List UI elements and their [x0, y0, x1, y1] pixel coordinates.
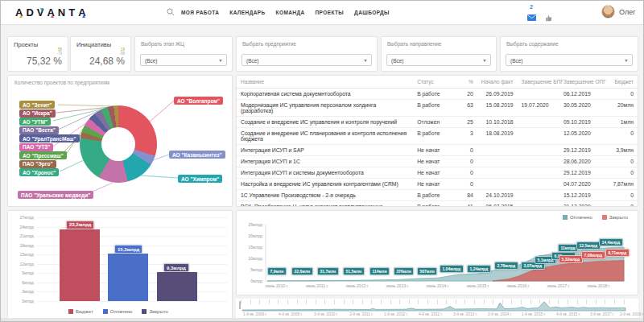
filter-selected-value: (Все) — [510, 58, 523, 64]
table-row[interactable]: ВСК. Приобретение Ц. услуг оказания эксп… — [237, 201, 638, 208]
app-logo[interactable]: ADVANTA — [15, 6, 89, 19]
legend-swatch — [103, 309, 108, 314]
filter-select[interactable]: (Все) — [140, 54, 227, 66]
like-button[interactable] — [545, 10, 552, 25]
search-icon[interactable] — [167, 8, 175, 16]
cell-opg: 15.12.2019 — [559, 190, 604, 201]
cell-bpg — [518, 89, 559, 100]
cell-name: Создание и внедрение ИС планирования и к… — [237, 128, 413, 145]
table-row[interactable]: Интеграция ИСУП и SAPНе начат029.12.2019… — [237, 145, 638, 156]
kpi-projects-card: Проекты 58 -73 75,32 % — [7, 36, 68, 72]
cell-start — [477, 156, 518, 167]
timeline-label: 2-й кв. 2014 г. — [488, 312, 512, 316]
table-row[interactable]: Создание и внедрение ИС планирования и к… — [237, 128, 638, 145]
logo-letter: V — [37, 6, 47, 19]
filter-select[interactable]: (Все) — [386, 54, 491, 66]
nav-item-3[interactable]: ПРОЕКТЫ — [316, 10, 345, 15]
cell-name: Корпоративная система докуемнтооборота — [237, 89, 413, 100]
column-header-2[interactable]: % — [459, 76, 477, 89]
cell-opg: 09.10.2019 — [559, 117, 604, 128]
legend-label: Закрыто — [609, 215, 628, 220]
timeline-handle[interactable] — [239, 301, 241, 309]
bar-y-tick: 6млрд — [13, 280, 34, 285]
legend-item[interactable]: Оплачено — [103, 309, 133, 314]
logo-letter: N — [58, 6, 68, 19]
cell-opg: 30.05.2020 — [559, 100, 604, 117]
area-point-label: 8,71млрд — [605, 249, 630, 257]
area-y-tick: 0млрд — [242, 279, 262, 283]
donut-label-chip: АО "Хронос" — [19, 168, 59, 176]
table-row[interactable]: Настройка и внедрение ИС управления конт… — [237, 179, 638, 190]
column-header-6[interactable]: Бюджет — [604, 76, 638, 89]
column-header-5[interactable]: Завершение ОПГ — [559, 76, 604, 89]
cell-pct: 25 — [459, 117, 477, 128]
bar-legend: БюджетОплаченоЗакрыто — [68, 309, 168, 314]
bottom-frame — [1, 318, 644, 321]
cell-pct: 41 — [459, 201, 477, 208]
cell-status: Не начат — [413, 156, 459, 167]
filter-select[interactable]: (Все) — [242, 54, 372, 66]
area-y-tick: 5млрд — [242, 267, 262, 272]
area-x-tick: июнь 2017 г. — [547, 283, 570, 288]
cell-pct: 63 — [459, 100, 477, 117]
column-header-0[interactable]: Название — [237, 76, 413, 89]
cell-budget: 3,9млн — [604, 145, 638, 156]
paid-closed-area-chart-panel: ОплаченоЗакрыто 0млрд5млрд10млрд15млрд20… — [236, 210, 638, 295]
area-point-label: 22,6млн — [291, 267, 313, 275]
column-header-3[interactable]: Начало факт — [477, 76, 518, 89]
filter-label: Выбрать направление — [387, 41, 442, 47]
legend-item[interactable]: Закрыто — [602, 215, 628, 220]
cell-bpg — [518, 201, 559, 208]
bar-Бюджет[interactable] — [60, 229, 100, 301]
donut-label-chip: АО "Зенит" — [19, 101, 55, 109]
table-row[interactable]: Модернизация ИС управления персоналом хо… — [237, 100, 638, 117]
cell-opg: 28.06.2020 — [559, 156, 604, 167]
projects-table-panel: НазваниеСтатус%Начало фактЗавершение БПГ… — [236, 75, 638, 207]
area-point-label: 1,04млрд — [440, 265, 464, 273]
cell-status: В работе — [413, 128, 459, 145]
cell-start — [477, 167, 518, 179]
nav-item-0[interactable]: МОЯ РАБОТА — [181, 10, 219, 15]
donut-label-chip: АО "УралТрансМаш" — [19, 134, 80, 142]
cell-budget: 0 — [604, 156, 638, 167]
thumbs-up-icon — [545, 14, 552, 22]
cell-opg: 31.12.2020 — [559, 201, 604, 208]
nav-item-4[interactable]: ДАШБОРДЫ — [354, 10, 390, 15]
legend-item[interactable]: Закрыто — [142, 309, 167, 314]
legend-swatch — [563, 215, 568, 220]
nav-item-1[interactable]: КАЛЕНДАРЬ — [229, 10, 265, 15]
area-point-label: 11млрд — [558, 244, 578, 252]
area-y-tick: 20млрд — [242, 233, 262, 238]
nav-item-2[interactable]: КОМАНДА — [276, 10, 305, 15]
timeline-label: 4-й кв. 2015 г. — [556, 312, 580, 316]
area-point-label: 14,4млрд — [599, 238, 623, 246]
cell-pct: 3 — [459, 128, 477, 145]
area-point-label: 12,5млрд — [576, 242, 601, 250]
bar-Оплачено[interactable] — [108, 254, 148, 301]
logo-triangle-icon — [40, 8, 43, 11]
donut-label-chip: АО "Волгапром" — [174, 97, 223, 105]
donut-label-chip: ПАО "Уральские медведи" — [18, 191, 93, 199]
topbar: ADVANTA МОЯ РАБОТАКАЛЕНДАРЬКОМАНДАПРОЕКТ… — [1, 1, 644, 25]
table-row[interactable]: Интеграция ИСУП и системы документооборо… — [237, 167, 638, 179]
notifications-button[interactable]: 2 — [526, 4, 537, 24]
legend-item[interactable]: Бюджет — [68, 309, 93, 314]
bar-Закрыто[interactable] — [157, 272, 197, 301]
legend-item[interactable]: Оплачено — [563, 215, 592, 220]
cell-opg: 29.12.2019 — [559, 167, 604, 179]
table-row[interactable]: Интеграция ИСУП и 1СНе начат028.06.20200 — [237, 156, 638, 167]
filter-select[interactable]: (Все) — [506, 54, 633, 66]
notification-badge: 2 — [526, 4, 537, 10]
table-row[interactable]: Корпоративная система докуемнтооборотаВ … — [237, 89, 638, 100]
user-menu[interactable]: Олег — [601, 5, 635, 19]
donut-label-chip: АО "Химпром" — [178, 175, 222, 183]
donut-chart[interactable] — [80, 105, 157, 183]
column-header-1[interactable]: Статус — [413, 76, 459, 89]
table-row[interactable]: Создание и внедрение ИС управления и кон… — [237, 117, 638, 128]
column-header-4[interactable]: Завершение БПГ — [518, 76, 559, 89]
advanta-dashboard: ADVANTA МОЯ РАБОТАКАЛЕНДАРЬКОМАНДАПРОЕКТ… — [0, 0, 644, 322]
area-point-label: 7,9млн — [267, 267, 287, 275]
cell-start: 15.08.2019 — [477, 100, 518, 117]
table-row[interactable]: 1С Управление Производством - 2-я очеред… — [237, 190, 638, 201]
timeline-range-selector[interactable]: 1-й кв. 2009 г.4-й кв. 2009 г.3-й кв. 20… — [236, 299, 638, 320]
